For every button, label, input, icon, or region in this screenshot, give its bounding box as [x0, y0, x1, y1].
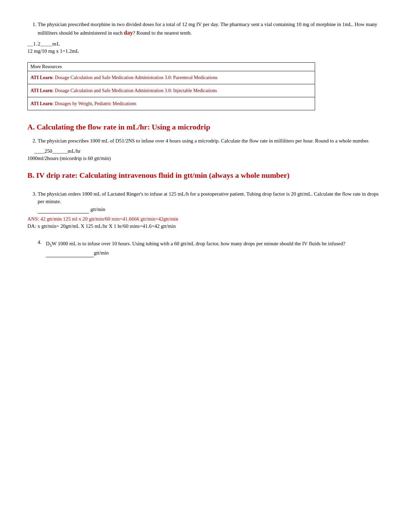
- question-1-emphasis: day: [124, 29, 133, 36]
- resource-link-3-anchor[interactable]: ATI Learn: Dosages by Weight, Pediatric …: [30, 101, 136, 106]
- resource-1-bold: ATI Learn: [30, 75, 52, 80]
- question-1-block: The physician prescribed morphine in two…: [27, 21, 384, 54]
- question-3-unit: gtt/min: [90, 207, 105, 212]
- question-4-unit: gtt/min: [94, 250, 109, 256]
- resource-link-1[interactable]: ATI Learn: Dosage Calculation and Safe M…: [28, 71, 315, 84]
- question-2-block: The physician prescribes 1000 mL of D51/…: [27, 137, 384, 161]
- resource-link-2[interactable]: ATI Learn: Dosage Calculation and Safe M…: [28, 84, 315, 97]
- question-1-answer: __1.2____mL: [27, 41, 384, 47]
- question-1-part3: ? Round to the nearest tenth.: [133, 30, 192, 36]
- question-2-formula: 1000ml/2hours (micordrip is 60 gtt/min): [27, 156, 384, 161]
- resource-3-bold: ATI Learn: [30, 101, 52, 106]
- resource-link-2-anchor[interactable]: ATI Learn: Dosage Calculation and Safe M…: [30, 88, 217, 93]
- question-4-answer-blank: [46, 249, 94, 257]
- question-4-block: 4. D5W 1000 mL is to infuse over 10 hour…: [27, 239, 384, 257]
- section-b-heading: B. IV drip rate: Calculating intravenous…: [27, 171, 384, 180]
- question-1-part1: The physician prescribed morphine in two…: [38, 22, 377, 36]
- question-1-text: The physician prescribed morphine in two…: [38, 21, 384, 37]
- resource-link-1-anchor[interactable]: ATI Learn: Dosage Calculation and Safe M…: [30, 75, 217, 80]
- question-4-number: 4.: [38, 239, 46, 245]
- resource-3-rest: : Dosages by Weight, Pediatric Medicatio…: [52, 101, 136, 106]
- section-a-heading: A. Calculating the flow rate in mL/hr: U…: [27, 123, 384, 132]
- question-3-text: The physician orders 1000 mL of Lactated…: [38, 190, 384, 214]
- resources-box: More Resources ATI Learn: Dosage Calcula…: [27, 62, 315, 110]
- question-2-text: The physician prescribes 1000 mL of D51/…: [38, 137, 384, 145]
- resources-header: More Resources: [28, 63, 315, 71]
- question-3-block: The physician orders 1000 mL of Lactated…: [27, 190, 384, 230]
- resource-2-bold: ATI Learn: [30, 88, 52, 93]
- question-1-formula: 12 mg/10 mg x 1=1.2mL: [27, 48, 384, 54]
- question-4-text: D5W 1000 mL is to infuse over 10 hours. …: [46, 239, 384, 257]
- question-2-answer: ____250______mL/hr: [34, 148, 384, 154]
- question-3-da-formula: DA: x gtt/min= 20gtt/mL X 125 mL/hr X 1 …: [27, 223, 384, 229]
- resource-link-3[interactable]: ATI Learn: Dosages by Weight, Pediatric …: [28, 97, 315, 110]
- question-3-answer-blank: [38, 206, 89, 214]
- question-3-ans-red: ANS: 42 gtt/min 125 ml x 20 gtt/min/60 m…: [27, 216, 384, 222]
- resource-2-rest: : Dosage Calculation and Safe Medication…: [52, 88, 217, 93]
- resource-1-rest: : Dosage Calculation and Safe Medication…: [52, 75, 217, 80]
